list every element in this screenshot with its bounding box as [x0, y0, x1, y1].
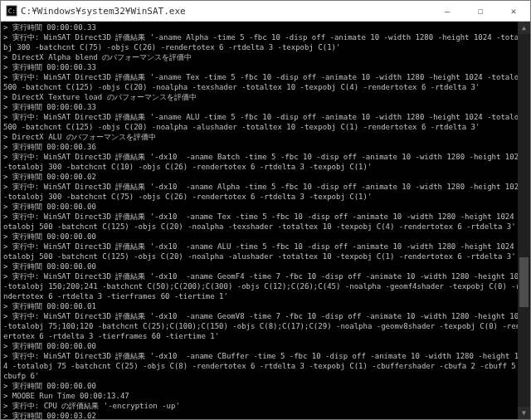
scroll-up-arrow[interactable]: ▲ [518, 22, 530, 34]
console-line: > 実行中: WinSAT Direct3D 評価結果 '-aname Tex … [3, 72, 528, 92]
console-line: > 実行中: WinSAT Direct3D 評価結果 '-dx10 -anam… [3, 242, 528, 261]
console-line: > 実行時間 00:00:00.00 [3, 202, 528, 212]
vertical-scrollbar[interactable]: ▲ ▼ [518, 22, 530, 419]
console-line: > 実行中: WinSAT Direct3D 評価結果 '-dx10 -anam… [3, 182, 528, 202]
console-line: > 実行時間 00:00:00.36 [3, 142, 528, 152]
console-line: > DirectX ALU のパフォーマンスを評価中 [3, 132, 528, 142]
console-line: > 実行中: CPU の評価結果 '-encryption -up' [3, 401, 528, 411]
console-line: > 実行時間 00:00:00.33 [3, 102, 528, 112]
console-line: > 実行時間 00:00:03.02 [3, 411, 528, 419]
cmd-icon: C:\ [6, 5, 17, 17]
console-line: > 実行中: WinSAT Direct3D 評価結果 '-dx10 -anam… [3, 271, 528, 301]
scroll-track[interactable] [518, 34, 530, 407]
svg-text:C:\: C:\ [8, 7, 17, 15]
titlebar[interactable]: C:\ C:¥Windows¥system32¥WinSAT.exe — ☐ ✕ [1, 1, 530, 22]
console-window: C:\ C:¥Windows¥system32¥WinSAT.exe — ☐ ✕… [0, 0, 531, 420]
console-line: > 実行時間 00:00:00.00 [3, 232, 528, 242]
console-line: > 実行時間 00:00:00.00 [3, 261, 528, 271]
console-line: > 実行時間 00:00:00.00 [3, 381, 528, 391]
console-client-area[interactable]: > 実行時間 00:00:00.33> 実行中: WinSAT Direct3D… [1, 22, 530, 419]
close-icon: ✕ [511, 6, 517, 17]
console-line: > 実行時間 00:00:00.33 [3, 22, 528, 32]
maximize-icon: ☐ [478, 6, 484, 17]
console-line: > 実行時間 00:00:00.33 [3, 62, 528, 72]
console-line: > MOOBE Run Time 00:00:13.47 [3, 391, 528, 401]
console-line: > 実行時間 00:00:00.02 [3, 172, 528, 182]
console-line: > DirectX Alpha blend のパフォーマンスを評価中 [3, 52, 528, 62]
console-line: > 実行時間 00:00:00.01 [3, 301, 528, 311]
console-line: > 実行中: WinSAT Direct3D 評価結果 '-aname Alph… [3, 32, 528, 52]
scroll-down-arrow[interactable]: ▼ [518, 407, 530, 419]
console-line: > 実行中: WinSAT Direct3D 評価結果 '-dx10 -anam… [3, 212, 528, 232]
scroll-thumb[interactable] [519, 257, 529, 307]
close-button[interactable]: ✕ [497, 1, 530, 21]
console-line: > 実行時間 00:00:00.00 [3, 341, 528, 351]
console-line: > 実行中: WinSAT Direct3D 評価結果 '-dx10 -anam… [3, 311, 528, 341]
console-line: > 実行中: WinSAT Direct3D 評価結果 '-dx10 -anam… [3, 351, 528, 381]
window-title: C:¥Windows¥system32¥WinSAT.exe [21, 6, 186, 17]
minimize-button[interactable]: — [431, 1, 464, 21]
maximize-button[interactable]: ☐ [464, 1, 497, 21]
minimize-icon: — [445, 6, 451, 17]
console-line: > DirectX Texture load のパフォーマンスを評価中 [3, 92, 528, 102]
console-line: > 実行中: WinSAT Direct3D 評価結果 '-aname ALU … [3, 112, 528, 132]
console-line: > 実行中: WinSAT Direct3D 評価結果 '-dx10 -anam… [3, 152, 528, 172]
